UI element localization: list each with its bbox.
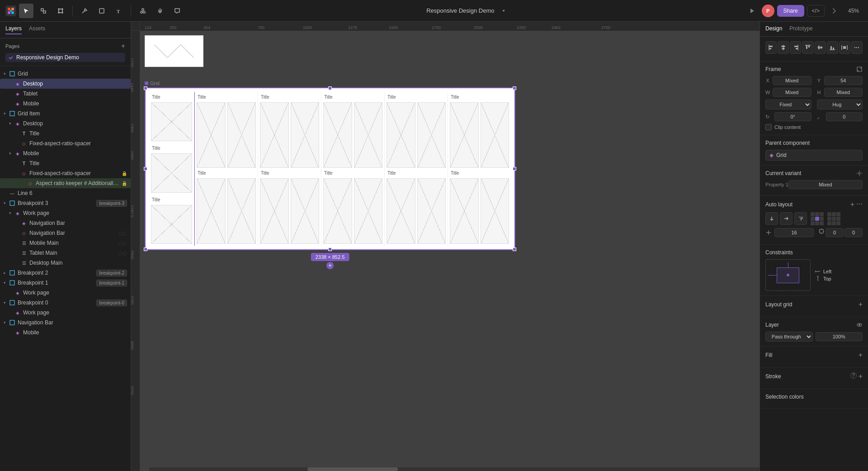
more-align-btn[interactable] [851, 41, 863, 54]
tab-design[interactable]: Design [765, 25, 782, 36]
component-tool-btn[interactable] [136, 4, 150, 18]
layer-item-mobile[interactable]: ◈ Mobile [0, 99, 131, 109]
align-grid-bm[interactable] [815, 221, 819, 225]
frame-tool-btn[interactable] [53, 4, 68, 18]
share-button[interactable]: Share [777, 5, 804, 17]
layer-item-desktop-gi[interactable]: ▾ ◈ Desktop [0, 119, 131, 128]
layer-item-mobile-nav[interactable]: ◈ Mobile [0, 328, 131, 338]
variant-settings-icon[interactable] [856, 170, 863, 176]
present-btn[interactable] [745, 4, 759, 18]
layer-item-work-page-1[interactable]: ▾ ◈ Work page [0, 208, 131, 218]
distribute-h-btn[interactable] [839, 41, 850, 54]
add-stroke-btn[interactable]: + [859, 372, 863, 381]
align-center-h-btn[interactable] [778, 41, 789, 54]
main-grid-frame[interactable]: Title Title Title Title [145, 87, 515, 250]
layer-item-title-2[interactable]: T Title [0, 158, 131, 168]
handle-ml[interactable] [144, 167, 147, 171]
frame-resize-icon[interactable] [856, 66, 863, 72]
align-grid-ml[interactable] [811, 217, 815, 221]
hand-tool-btn[interactable] [153, 4, 167, 18]
parent-component-chip[interactable]: ◈ Grid [765, 150, 863, 161]
layer-eye-icon[interactable] [856, 322, 863, 328]
spacing-input[interactable] [774, 228, 814, 237]
layer-item-nav-bar-2[interactable]: ◇ Navigation Bar ◌◌ [0, 228, 131, 238]
layer-item-mobile-main[interactable]: ☰ Mobile Main ◌◌ [0, 238, 131, 248]
align-grid-tl[interactable] [811, 212, 815, 216]
w-input[interactable] [773, 88, 811, 97]
stroke-help-icon[interactable]: ? [850, 372, 857, 379]
handle-bl[interactable] [144, 247, 147, 251]
scrollbar-horizontal[interactable] [149, 467, 760, 471]
dist-grid-2[interactable] [832, 212, 836, 216]
align-grid-center[interactable] [815, 217, 819, 221]
layer-item-desktop-main[interactable]: ☰ Desktop Main [0, 258, 131, 268]
layer-item-breakpoint-3[interactable]: ▾ Breakpoint 3 breakpoint-3 [0, 198, 131, 208]
comment-tool-btn[interactable] [170, 4, 184, 18]
handle-bm[interactable] [328, 247, 332, 251]
code-button[interactable]: </> [807, 5, 825, 17]
layer-item-grid-item[interactable]: ▾ Grid Item [0, 109, 131, 119]
scrollbar-thumb[interactable] [307, 467, 398, 471]
layer-item-line-6[interactable]: — Line 6 [0, 188, 131, 198]
dist-grid-9[interactable] [836, 221, 840, 225]
align-grid-br[interactable] [820, 221, 824, 225]
constraint-h-select[interactable]: Fixed Fill Hug [765, 100, 811, 109]
pen-tool-btn[interactable] [77, 4, 92, 18]
layer-item-breakpoint-0[interactable]: ▾ Breakpoint 0 breakpoint-0 [0, 298, 131, 308]
small-frame-top[interactable] [145, 35, 203, 67]
page-item-responsive[interactable]: Responsive Design Demo [5, 53, 125, 62]
dist-grid-7[interactable] [827, 221, 831, 225]
dist-grid-4[interactable] [827, 217, 831, 221]
align-grid-tr[interactable] [820, 212, 824, 216]
align-left-btn[interactable] [765, 41, 777, 54]
align-grid-bl[interactable] [811, 221, 815, 225]
handle-mr[interactable] [513, 167, 516, 171]
app-logo[interactable] [5, 5, 16, 16]
property-1-input[interactable] [788, 180, 863, 189]
add-page-btn[interactable]: + [121, 42, 125, 50]
dir-wrap-btn[interactable] [794, 212, 807, 225]
opacity-input[interactable] [816, 332, 863, 341]
layer-item-tablet-main[interactable]: ☰ Tablet Main ◌◌ [0, 248, 131, 258]
tab-assets[interactable]: Assets [29, 25, 45, 34]
move-tool-btn[interactable] [19, 4, 33, 18]
align-bottom-btn[interactable] [827, 41, 838, 54]
layer-item-work-page-3[interactable]: ◈ Work page [0, 308, 131, 318]
dist-grid-3[interactable] [836, 212, 840, 216]
constraint-v-select[interactable]: Hug Fill Fixed [817, 100, 863, 109]
x-input[interactable] [773, 76, 811, 85]
zoom-level[interactable]: 45% [844, 6, 863, 16]
scale-tool-btn[interactable] [36, 4, 51, 18]
handle-tm[interactable] [328, 86, 332, 90]
padding-v-input[interactable] [844, 228, 863, 237]
layer-item-fixed-aspect-1[interactable]: ◇ Fixed-aspect-ratio-spacer [0, 138, 131, 148]
layer-item-desktop[interactable]: ◈ Desktop [0, 79, 131, 89]
canvas-content[interactable]: Grid Title Title [140, 31, 760, 471]
layer-item-tablet[interactable]: ◈ Tablet [0, 89, 131, 99]
add-fill-btn[interactable]: + [859, 351, 863, 359]
dist-grid-8[interactable] [832, 221, 836, 225]
dist-grid-5[interactable] [832, 217, 836, 221]
padding-h-input[interactable] [826, 228, 844, 237]
canvas-area[interactable]: 124 250 454 750 1000 1275 1500 1750 2000… [131, 22, 760, 471]
shape-tool-btn[interactable] [94, 4, 109, 18]
layer-item-breakpoint-2[interactable]: ▸ Breakpoint 2 breakpoint-2 [0, 268, 131, 278]
handle-br[interactable] [513, 247, 516, 251]
layer-item-work-page-2[interactable]: ◈ Work page [0, 288, 131, 298]
dir-right-btn[interactable] [780, 212, 793, 225]
more-btn[interactable] [827, 4, 842, 18]
align-top-btn[interactable] [802, 41, 813, 54]
layer-item-grid[interactable]: ▾ Grid [0, 69, 131, 79]
more-auto-layout-btn[interactable]: ⋯ [856, 200, 863, 209]
layer-item-title-1[interactable]: T Title [0, 128, 131, 138]
dist-grid-6[interactable] [836, 217, 840, 221]
tab-prototype[interactable]: Prototype [789, 25, 812, 36]
text-tool-btn[interactable]: T [112, 4, 126, 18]
add-auto-layout-btn[interactable]: + [850, 200, 854, 209]
add-layout-grid-btn[interactable]: + [859, 300, 863, 309]
align-grid-mr[interactable] [820, 217, 824, 221]
align-right-btn[interactable] [790, 41, 801, 54]
document-title[interactable]: Responsive Design Demo [423, 5, 498, 16]
handle-tr[interactable] [513, 86, 516, 90]
layer-item-mobile-gi[interactable]: ▾ ◈ Mobile [0, 148, 131, 158]
